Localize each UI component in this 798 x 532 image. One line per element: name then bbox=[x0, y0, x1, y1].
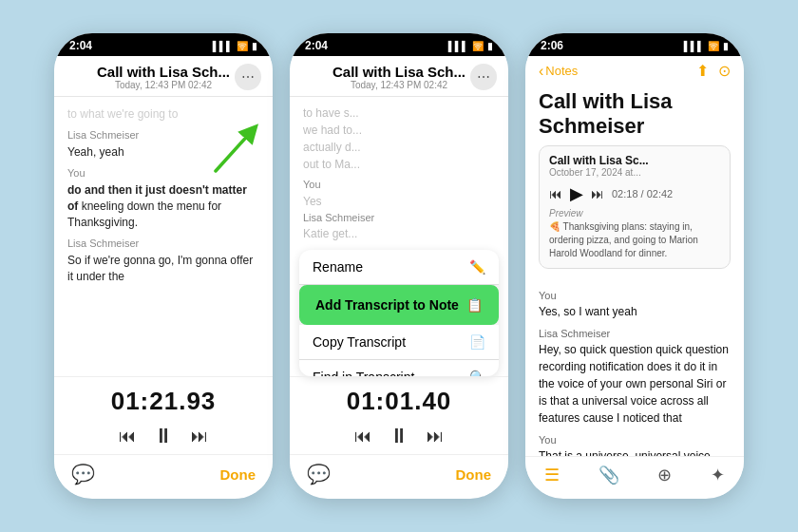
audio-play-button[interactable]: ▶ bbox=[570, 183, 583, 204]
nav-sub-1: Today, 12:43 PM 02:42 bbox=[115, 80, 212, 90]
playback-controls-2: ⏮ ⏸ ⏭ bbox=[354, 424, 444, 448]
battery-icon-2: ▮ bbox=[487, 41, 493, 51]
share-button[interactable]: ⬆ bbox=[696, 62, 709, 80]
audio-preview-label: Preview bbox=[549, 208, 720, 218]
rewind-button-1[interactable]: ⏮ bbox=[119, 427, 136, 446]
audio-duration: 02:18 / 02:42 bbox=[612, 188, 673, 200]
back-arrow-icon: ‹ bbox=[539, 63, 543, 80]
svg-line-1 bbox=[216, 131, 252, 171]
timer-section-1: 01:21.93 ⏮ ⏸ ⏭ bbox=[54, 376, 273, 454]
status-icons-2: ▌▌▌ 🛜 ▮ bbox=[448, 41, 493, 51]
notes-header: ‹ Notes ⬆ ⊙ bbox=[525, 56, 744, 84]
timer-display-2: 01:01.40 bbox=[347, 387, 452, 416]
bottom-bar-2: 💬 Done bbox=[290, 454, 508, 495]
timer-section-2: 01:01.40 ⏮ ⏸ ⏭ bbox=[290, 376, 508, 454]
location-icon[interactable]: ⊕ bbox=[657, 465, 672, 485]
audio-preview-text: 🍕 Thanksgiving plans: staying in, orderi… bbox=[549, 220, 720, 260]
audio-card-title: Call with Lisa Sc... bbox=[549, 154, 649, 167]
audio-controls: ⏮ ▶ ⏭ 02:18 / 02:42 bbox=[549, 183, 720, 204]
chat-icon-2[interactable]: 💬 bbox=[307, 463, 331, 485]
signal-icon-3: ▌▌▌ bbox=[684, 41, 704, 51]
audio-forward-icon[interactable]: ⏭ bbox=[591, 186, 604, 201]
status-bar-3: 2:06 ▌▌▌ 🛜 ▮ bbox=[525, 33, 744, 56]
chat-icon-1[interactable]: 💬 bbox=[71, 463, 95, 485]
notes-back-button[interactable]: ‹ Notes bbox=[539, 63, 578, 80]
battery-icon: ▮ bbox=[252, 41, 257, 51]
status-bar-2: 2:04 ▌▌▌ 🛜 ▮ bbox=[290, 33, 508, 56]
wifi-icon-3: 🛜 bbox=[708, 41, 719, 51]
partial-transcript-2: to have s... we had to... actually d... … bbox=[290, 97, 508, 250]
status-time-1: 2:04 bbox=[69, 39, 92, 52]
attachment-icon[interactable]: 📎 bbox=[598, 465, 619, 485]
wifi-icon-2: 🛜 bbox=[472, 41, 484, 51]
rename-icon: ✏️ bbox=[469, 259, 485, 275]
back-label: Notes bbox=[545, 64, 578, 78]
wifi-icon: 🛜 bbox=[237, 41, 248, 51]
menu-item-find-transcript[interactable]: Find in Transcript 🔍 bbox=[299, 360, 499, 376]
nav-bar-1: Call with Lisa Sch... Today, 12:43 PM 02… bbox=[54, 56, 273, 97]
signal-icon: ▌▌▌ bbox=[213, 41, 233, 51]
pause-button-1[interactable]: ⏸ bbox=[153, 424, 174, 448]
find-transcript-icon: 🔍 bbox=[469, 370, 485, 376]
menu-item-add-transcript[interactable]: Add Transcript to Note 📋 bbox=[299, 285, 499, 325]
format-icon[interactable]: ✦ bbox=[711, 465, 725, 485]
forward-button-2[interactable]: ⏭ bbox=[427, 427, 444, 446]
phone-3: 2:06 ▌▌▌ 🛜 ▮ ‹ Notes ⬆ ⊙ Call with Lisa bbox=[525, 33, 744, 499]
rename-label: Rename bbox=[313, 259, 363, 275]
status-bar-1: 2:04 ▌▌▌ 🛜 ▮ bbox=[54, 33, 273, 56]
menu-item-copy-transcript[interactable]: Copy Transcript 📄 bbox=[299, 325, 499, 360]
notes-transcript: You Yes, so I want yeah Lisa Schmeiser H… bbox=[525, 278, 744, 456]
pause-button-2[interactable]: ⏸ bbox=[389, 424, 409, 448]
transcript-line-blur: to what we're going to bbox=[67, 106, 259, 123]
nav-title-1: Call with Lisa Sch... bbox=[97, 64, 230, 80]
nav-bar-2: Call with Lisa Sch... Today, 12:43 PM 02… bbox=[290, 56, 508, 97]
copy-transcript-label: Copy Transcript bbox=[313, 334, 406, 350]
add-transcript-label: Add Transcript to Note bbox=[315, 297, 459, 313]
battery-icon-3: ▮ bbox=[723, 41, 729, 51]
nav-sub-2: Today, 12:43 PM 02:42 bbox=[351, 80, 447, 90]
timer-display-1: 01:21.93 bbox=[111, 387, 217, 416]
status-icons-1: ▌▌▌ 🛜 ▮ bbox=[213, 41, 257, 51]
phone-2: 2:04 ▌▌▌ 🛜 ▮ Call with Lisa Sch... Today… bbox=[290, 33, 508, 499]
phone-1: 2:04 ▌▌▌ 🛜 ▮ Call with Lisa Sch... Today… bbox=[54, 33, 273, 499]
menu-item-rename[interactable]: Rename ✏️ bbox=[299, 250, 499, 285]
notes-toolbar: ☰ 📎 ⊕ ✦ bbox=[525, 456, 744, 495]
audio-card-date: October 17, 2024 at... bbox=[549, 167, 649, 178]
status-time-3: 2:06 bbox=[541, 39, 563, 52]
rewind-button-2[interactable]: ⏮ bbox=[354, 427, 371, 446]
more-options-button-1[interactable]: ⋯ bbox=[235, 64, 261, 90]
forward-button-1[interactable]: ⏭ bbox=[191, 427, 208, 446]
notes-action-buttons: ⬆ ⊙ bbox=[696, 62, 731, 80]
context-menu: Rename ✏️ Add Transcript to Note 📋 Copy … bbox=[299, 250, 499, 376]
signal-icon-2: ▌▌▌ bbox=[448, 41, 468, 51]
audio-rewind-icon[interactable]: ⏮ bbox=[549, 186, 562, 201]
checklist-icon[interactable]: ☰ bbox=[544, 465, 560, 485]
add-transcript-icon: 📋 bbox=[466, 297, 483, 313]
status-time-2: 2:04 bbox=[305, 39, 328, 52]
audio-card: Call with Lisa Sc... October 17, 2024 at… bbox=[539, 145, 731, 269]
done-button-2[interactable]: Done bbox=[456, 466, 492, 483]
notes-title: Call with Lisa Schmeiser bbox=[525, 84, 744, 145]
status-icons-3: ▌▌▌ 🛜 ▮ bbox=[684, 41, 729, 51]
done-button-1[interactable]: Done bbox=[220, 466, 256, 483]
bottom-bar-1: 💬 Done bbox=[54, 454, 273, 495]
find-transcript-label: Find in Transcript bbox=[313, 370, 414, 376]
transcript-block-lisa-2: Lisa Schmeiser So if we're gonna go, I'm… bbox=[67, 237, 259, 285]
playback-controls-1: ⏮ ⏸ ⏭ bbox=[119, 424, 208, 448]
more-options-button-2[interactable]: ⋯ bbox=[470, 64, 497, 90]
arrow-overlay bbox=[206, 124, 263, 180]
nav-title-2: Call with Lisa Sch... bbox=[332, 64, 466, 80]
more-button[interactable]: ⊙ bbox=[718, 62, 731, 80]
copy-transcript-icon: 📄 bbox=[469, 334, 485, 350]
